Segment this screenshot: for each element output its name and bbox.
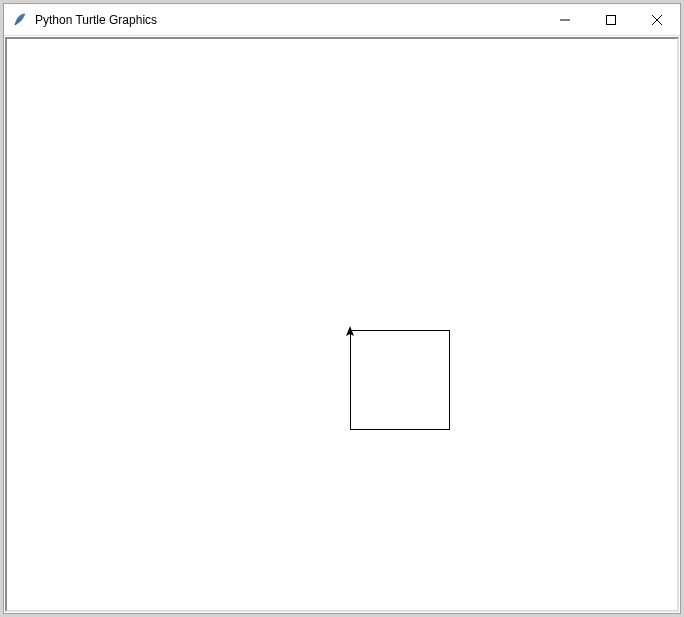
turtle-arrow-icon bbox=[344, 326, 356, 338]
maximize-button[interactable] bbox=[588, 4, 634, 35]
feather-icon bbox=[12, 12, 28, 28]
window-title: Python Turtle Graphics bbox=[35, 13, 542, 27]
minimize-icon bbox=[560, 15, 570, 25]
turtle-canvas bbox=[5, 37, 679, 612]
turtle-cursor bbox=[344, 324, 356, 342]
svg-rect-2 bbox=[607, 15, 616, 24]
maximize-icon bbox=[606, 15, 616, 25]
titlebar[interactable]: Python Turtle Graphics bbox=[4, 4, 680, 36]
svg-marker-5 bbox=[346, 326, 354, 336]
window-controls bbox=[542, 4, 680, 35]
minimize-button[interactable] bbox=[542, 4, 588, 35]
close-icon bbox=[652, 15, 662, 25]
application-window: Python Turtle Graphics bbox=[3, 3, 681, 614]
drawn-square bbox=[350, 330, 450, 430]
close-button[interactable] bbox=[634, 4, 680, 35]
